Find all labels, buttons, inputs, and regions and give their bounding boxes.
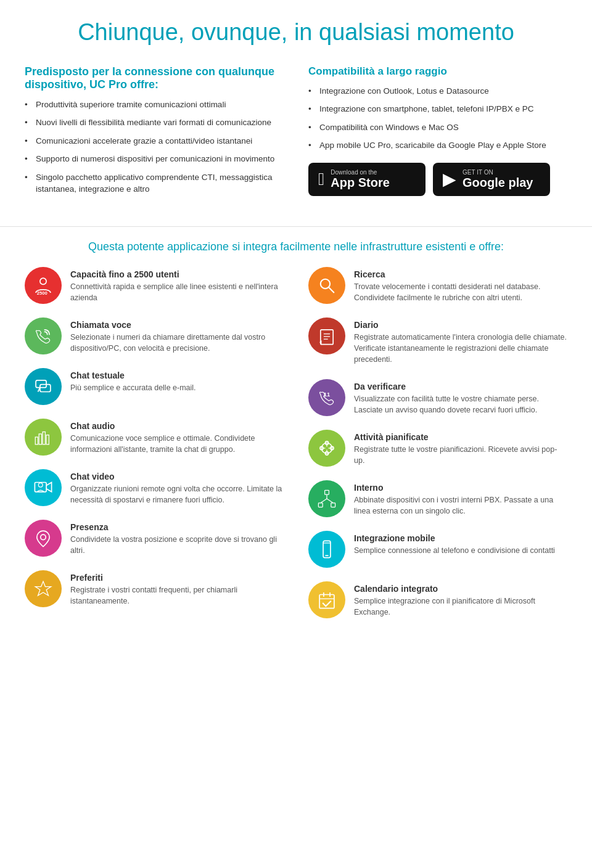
- svg-rect-6: [43, 432, 45, 444]
- features-right-col: Ricerca Trovate velocemente i contatti d…: [296, 267, 580, 631]
- svg-line-29: [321, 499, 327, 503]
- feature-text-diary: Diario Registrate automaticamente l'inte…: [354, 317, 567, 365]
- feature-icon-search: [308, 267, 345, 304]
- feature-icon-video: [25, 469, 62, 506]
- svg-rect-14: [321, 330, 333, 345]
- feature-item: Diario Registrate automaticamente l'inte…: [308, 317, 567, 365]
- list-item: App mobile UC Pro, scaricabile da Google…: [308, 139, 567, 152]
- google-play-icon: ▶: [443, 171, 456, 188]
- top-section: Predisposto per la connessione con qualu…: [0, 59, 592, 220]
- feature-item: Presenza Condividete la vostra posizione…: [25, 520, 284, 557]
- right-column: Compatibilità a largo raggio Integrazion…: [308, 65, 567, 202]
- feature-item: Interno Abbinate dispositivi con i vostr…: [308, 480, 567, 517]
- features-section: 2500 Capacità fino a 2500 utenti Connett…: [0, 261, 592, 650]
- feature-icon-missed: 11: [308, 379, 345, 416]
- svg-line-30: [327, 499, 333, 503]
- feature-title: Capacità fino a 2500 utenti: [70, 269, 284, 279]
- feature-title: Integrazione mobile: [354, 533, 567, 543]
- feature-desc: Registrate i vostri contatti frequenti, …: [70, 584, 284, 607]
- feature-text-pbx: Interno Abbinate dispositivi con i vostr…: [354, 480, 567, 517]
- feature-title: Interno: [354, 483, 567, 493]
- svg-rect-5: [39, 434, 41, 444]
- feature-title: Presenza: [70, 522, 284, 532]
- apple-icon: : [318, 171, 324, 188]
- feature-desc: Registrate tutte le vostre pianificazion…: [354, 444, 567, 466]
- feature-title: Diario: [354, 320, 567, 330]
- feature-title: Chat audio: [70, 421, 284, 431]
- integration-title: Questa potente applicazione si integra f…: [0, 226, 592, 261]
- feature-text-calendar: Calendario integrato Semplice integrazio…: [354, 581, 567, 618]
- list-item: Supporto di numerosi dispositivi per com…: [25, 153, 284, 165]
- svg-point-10: [41, 534, 46, 540]
- feature-text-scheduled: Attività pianificate Registrate tutte le…: [354, 430, 567, 466]
- app-store-button[interactable]:  Download on the App Store: [308, 163, 426, 196]
- feature-item: Ricerca Trovate velocemente i contatti d…: [308, 267, 567, 304]
- right-bullet-list: Integrazione con Outlook, Lotus e Dataso…: [308, 85, 567, 152]
- list-item: Compatibilità con Windows e Mac OS: [308, 121, 567, 134]
- feature-text-chat: Chat testuale Più semplice e accurata de…: [70, 368, 284, 393]
- feature-item: Preferiti Registrate i vostri contatti f…: [25, 570, 284, 607]
- feature-icon-presence: [25, 520, 62, 557]
- left-col-title: Predisposto per la connessione con qualu…: [25, 65, 284, 91]
- list-item: Nuovi livelli di flessibilità mediante v…: [25, 117, 284, 129]
- feature-title: Calendario integrato: [354, 584, 567, 594]
- feature-text-presence: Presenza Condividete la vostra posizione…: [70, 520, 284, 556]
- feature-text-search: Ricerca Trovate velocemente i contatti d…: [354, 267, 567, 303]
- list-item: Singolo pacchetto applicativo comprenden…: [25, 171, 284, 195]
- feature-title: Chiamata voce: [70, 320, 284, 330]
- feature-icon-chat-text: [25, 368, 62, 405]
- feature-title: Chat testuale: [70, 371, 284, 380]
- svg-rect-7: [46, 435, 49, 444]
- feature-desc: Più semplice e accurata delle e-mail.: [70, 382, 284, 393]
- google-play-button[interactable]: ▶ GET IT ON Google play: [433, 163, 550, 196]
- feature-icon-audio: [25, 419, 62, 456]
- feature-title: Ricerca: [354, 269, 567, 279]
- feature-text-capacity: Capacità fino a 2500 utenti Connettività…: [70, 267, 284, 303]
- feature-item: 2500 Capacità fino a 2500 utenti Connett…: [25, 267, 284, 304]
- app-buttons:  Download on the App Store ▶ GET IT ON …: [308, 163, 567, 196]
- feature-desc: Trovate velocemente i contatti desiderat…: [354, 281, 567, 303]
- feature-text-favorites: Preferiti Registrate i vostri contatti f…: [70, 570, 284, 607]
- page-title: Chiunque, ovunque, in qualsiasi momento: [0, 0, 592, 59]
- left-column: Predisposto per la connessione con qualu…: [25, 65, 284, 202]
- feature-desc: Semplice integrazione con il pianificato…: [354, 596, 567, 618]
- feature-item: Integrazione mobile Semplice connessione…: [308, 531, 567, 568]
- feature-desc: Visualizzate con facilità tutte le vostr…: [354, 393, 567, 416]
- feature-text-video: Chat video Organizzate riunioni remote o…: [70, 469, 284, 506]
- svg-text:11: 11: [324, 391, 330, 398]
- svg-point-0: [40, 278, 46, 284]
- feature-item: Chat video Organizzate riunioni remote o…: [25, 469, 284, 506]
- list-item: Integrazione con smartphone, tablet, tel…: [308, 103, 567, 115]
- feature-text-voice: Chiamata voce Selezionate i numeri da ch…: [70, 317, 284, 354]
- feature-icon-capacity: 2500: [25, 267, 62, 304]
- feature-icon-diary: [308, 317, 345, 354]
- svg-rect-4: [35, 437, 38, 444]
- feature-item: Chat testuale Più semplice e accurata de…: [25, 368, 284, 405]
- feature-icon-pbx: [308, 480, 345, 517]
- feature-icon-mobile: [308, 531, 345, 568]
- list-item: Integrazione con Outlook, Lotus e Dataso…: [308, 85, 567, 97]
- feature-desc: Condividete la vostra posizione e scopri…: [70, 534, 284, 556]
- svg-rect-34: [319, 594, 334, 608]
- feature-desc: Registrate automaticamente l'intera cron…: [354, 332, 567, 365]
- feature-item: Chiamata voce Selezionate i numeri da ch…: [25, 317, 284, 354]
- svg-marker-11: [35, 581, 51, 596]
- features-left-col: 2500 Capacità fino a 2500 utenti Connett…: [12, 267, 296, 631]
- feature-title: Da verificare: [354, 382, 567, 391]
- feature-text-missed: Da verificare Visualizzate con facilità …: [354, 379, 567, 416]
- feature-text-mobile: Integrazione mobile Semplice connessione…: [354, 531, 567, 556]
- feature-item: Calendario integrato Semplice integrazio…: [308, 581, 567, 618]
- right-col-title: Compatibilità a largo raggio: [308, 65, 567, 78]
- feature-icon-voice: [25, 317, 62, 354]
- feature-desc: Organizzate riunioni remote ogni volta c…: [70, 483, 284, 506]
- feature-desc: Comunicazione voce semplice e ottimale. …: [70, 433, 284, 455]
- feature-item: Chat audio Comunicazione voce semplice e…: [25, 419, 284, 456]
- svg-text:2500: 2500: [37, 290, 47, 296]
- feature-desc: Connettività rapida e semplice alle line…: [70, 281, 284, 303]
- svg-rect-27: [331, 502, 335, 507]
- feature-icon-favorites: [25, 570, 62, 607]
- feature-item: Attività pianificate Registrate tutte le…: [308, 430, 567, 467]
- feature-text-audio: Chat audio Comunicazione voce semplice e…: [70, 419, 284, 455]
- feature-desc: Selezionate i numeri da chiamare diretta…: [70, 332, 284, 354]
- svg-rect-25: [325, 490, 329, 494]
